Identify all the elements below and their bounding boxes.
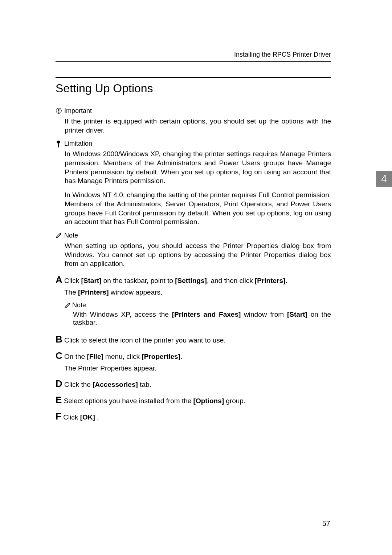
step-d-prefix: Click the [64, 381, 93, 388]
step-a-line: A Click [Start] on the taskbar, point to… [56, 274, 331, 286]
step-e: E Select options you have installed from… [56, 394, 331, 406]
step-f-b1: [OK] [80, 413, 95, 421]
page-number: 57 [322, 519, 330, 528]
step-a-b2: [Settings] [175, 277, 207, 284]
limitation-label-row: Limitation [56, 140, 331, 147]
step-c-b1: [File] [87, 353, 103, 360]
step-f-prefix: Click [63, 413, 80, 421]
svg-rect-4 [58, 143, 59, 146]
step-a-note-mid: window from [241, 311, 287, 318]
step-f-letter: F [56, 410, 61, 423]
title-rule-top [56, 77, 331, 78]
svg-rect-1 [58, 109, 60, 111]
header-breadcrumb: Installing the RPCS Printer Driver [56, 51, 331, 58]
step-d: D Click the [Accessories] tab. [56, 377, 331, 390]
limitation-item-1: In Windows 2000/Windows XP, changing the… [65, 150, 331, 186]
step-f-line: F Click [OK] . [56, 410, 331, 423]
svg-point-5 [58, 146, 59, 147]
step-a-note-b1: [Printers and Faxes] [172, 311, 241, 318]
step-b-text: Click to select the icon of the printer … [64, 336, 226, 344]
step-c-suffix: . [180, 353, 182, 360]
step-d-line: D Click the [Accessories] tab. [56, 377, 331, 390]
step-c-prefix: On the [64, 353, 87, 360]
step-c: C On the [File] menu, click [Properties]… [56, 349, 331, 372]
step-c-line: C On the [File] menu, click [Properties]… [56, 349, 331, 362]
limitation-icon [56, 140, 63, 147]
step-a-note-label-row: Note [64, 301, 331, 309]
step-e-line: E Select options you have installed from… [56, 394, 331, 406]
step-a-letter: A [56, 274, 62, 286]
svg-rect-2 [58, 112, 60, 113]
step-c-mid: menu, click [103, 353, 142, 360]
note-text: When setting up options, you should acce… [65, 242, 331, 268]
step-e-suffix: group. [224, 397, 245, 405]
step-a-sub-prefix: The [64, 288, 78, 296]
step-b-line: B Click to select the icon of the printe… [56, 333, 331, 346]
section-title: Setting Up Options [56, 82, 331, 95]
note-icon [56, 232, 63, 239]
step-f-suffix: . [95, 413, 99, 421]
note-label-row: Note [56, 232, 331, 239]
step-b-letter: B [56, 333, 62, 346]
step-d-letter: D [56, 377, 62, 390]
step-e-b1: [Options] [193, 397, 224, 405]
step-a-sub-suffix: window appears. [109, 288, 163, 296]
step-c-b2: [Properties] [142, 353, 180, 360]
step-f: F Click [OK] . [56, 410, 331, 423]
svg-point-3 [57, 141, 60, 143]
step-a-suffix: . [285, 277, 287, 284]
important-text: If the printer is equipped with certain … [65, 117, 331, 135]
note-icon [64, 302, 72, 309]
limitation-item-2: In Windows NT 4.0, changing the setting … [65, 191, 331, 227]
step-c-sub: The Printer Properties appear. [64, 364, 331, 372]
limitation-label: Limitation [64, 140, 92, 147]
important-icon [56, 108, 63, 115]
step-a-note-label: Note [72, 301, 86, 309]
step-b: B Click to select the icon of the printe… [56, 333, 331, 346]
step-a-mid1: on the taskbar, point to [101, 277, 175, 284]
step-a: A Click [Start] on the taskbar, point to… [56, 274, 331, 327]
step-e-prefix: Select options you have installed from t… [64, 397, 193, 405]
note-label: Note [64, 232, 78, 239]
step-a-b1: [Start] [81, 277, 102, 284]
step-a-note-text: With Windows XP, access the [Printers an… [73, 311, 331, 327]
step-e-letter: E [56, 394, 62, 406]
step-c-letter: C [56, 349, 62, 362]
step-a-note-prefix: With Windows XP, access the [73, 311, 172, 318]
title-rule-bottom [56, 99, 331, 99]
step-a-note-b2: [Start] [287, 311, 307, 318]
header-divider [56, 61, 331, 62]
important-label: Important [64, 107, 92, 115]
step-a-mid2: , and then click [207, 277, 255, 284]
step-d-suffix: tab. [138, 381, 151, 388]
important-label-row: Important [56, 107, 331, 115]
step-a-sub-bold: [Printers] [78, 288, 109, 296]
step-d-b1: [Accessories] [93, 381, 138, 388]
step-a-sub: The [Printers] window appears. [64, 288, 331, 296]
page-content: Installing the RPCS Printer Driver Setti… [0, 0, 392, 449]
step-a-b3: [Printers] [255, 277, 285, 284]
step-a-prefix: Click [64, 277, 81, 284]
